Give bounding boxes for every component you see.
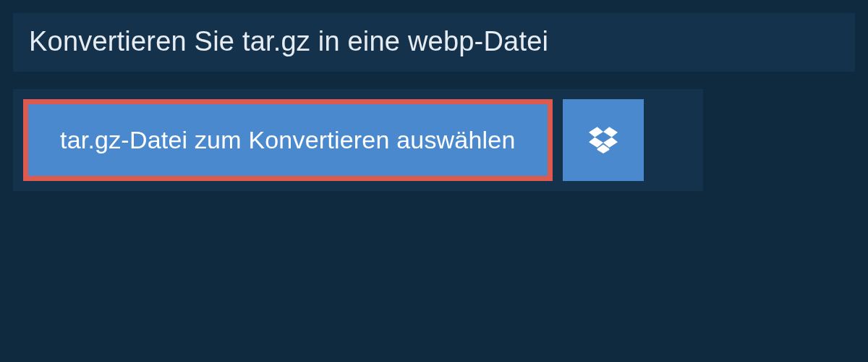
page-title: Konvertieren Sie tar.gz in eine webp-Dat… xyxy=(13,13,855,72)
upload-button-row: tar.gz-Datei zum Konvertieren auswählen xyxy=(13,89,703,191)
choose-file-button[interactable]: tar.gz-Datei zum Konvertieren auswählen xyxy=(28,104,548,176)
dropbox-button[interactable] xyxy=(563,99,644,181)
file-button-highlight: tar.gz-Datei zum Konvertieren auswählen xyxy=(23,99,553,181)
dropbox-icon xyxy=(589,125,618,156)
heading-panel: Konvertieren Sie tar.gz in eine webp-Dat… xyxy=(13,13,855,72)
